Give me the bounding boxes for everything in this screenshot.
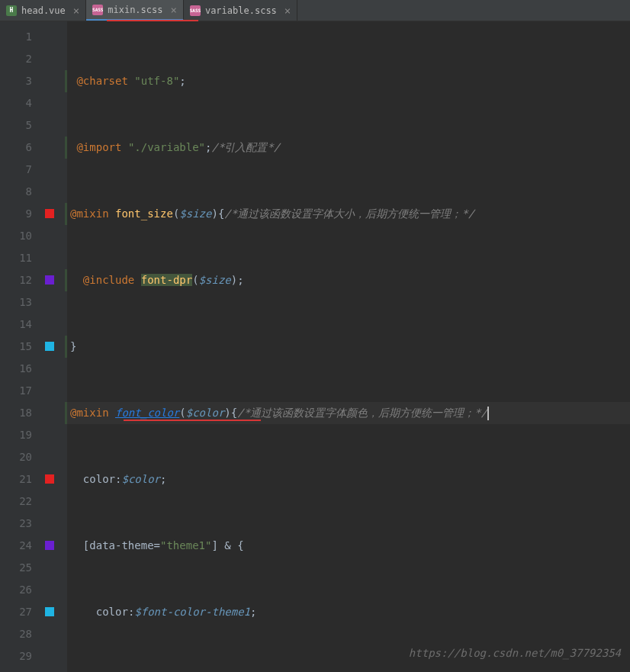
line-number-gutter: 1 2 3 4 5 6 7 8 9 10 11 12 13 14 15 16 1… (0, 21, 44, 672)
code-line[interactable]: } (67, 667, 630, 672)
color-swatch-red[interactable] (45, 474, 54, 484)
line-number: 9 (0, 203, 32, 225)
code-line[interactable]: } (67, 336, 630, 358)
line-number: 21 (0, 468, 32, 490)
close-icon[interactable]: × (284, 5, 291, 17)
line-number: 10 (0, 225, 32, 247)
text-cursor (487, 407, 489, 420)
line-number: 28 (0, 623, 32, 645)
color-swatch-cyan[interactable] (45, 342, 54, 351)
line-number: 7 (0, 159, 32, 181)
line-number: 29 (0, 645, 32, 667)
color-swatch-purple[interactable] (45, 275, 54, 285)
code-line[interactable]: @import "./variable";/*引入配置*/ (67, 137, 630, 159)
line-number: 4 (0, 92, 32, 114)
tab-mixin-scss[interactable]: SASS mixin.scss × (86, 0, 184, 21)
line-number: 6 (0, 137, 32, 159)
watermark-text: https://blog.csdn.net/m0_37792354 (409, 642, 621, 664)
line-number: 18 (0, 402, 32, 424)
color-swatch-red[interactable] (45, 209, 54, 218)
code-line[interactable]: [data-theme="theme1"] & { (67, 535, 630, 557)
line-number: 22 (0, 490, 32, 513)
editor-area: 1 2 3 4 5 6 7 8 9 10 11 12 13 14 15 16 1… (0, 21, 630, 672)
line-number: 13 (0, 291, 32, 313)
line-number: 11 (0, 247, 32, 269)
line-number: 23 (0, 513, 32, 535)
line-number: 2 (0, 48, 32, 70)
sass-file-icon: SASS (190, 5, 201, 16)
sass-file-icon: SASS (92, 5, 103, 15)
tab-label: variable.scss (205, 5, 277, 16)
gutter-annotations (44, 21, 67, 672)
line-number: 25 (0, 557, 32, 579)
tab-head-vue[interactable]: H head.vue × (0, 0, 86, 21)
code-line[interactable]: @include font-dpr($size); (67, 269, 630, 291)
line-number: 16 (0, 358, 32, 380)
vue-file-icon: H (6, 5, 17, 16)
code-line[interactable]: color:$color; (67, 468, 630, 490)
code-area[interactable]: @charset "utf-8"; @import "./variable";/… (67, 21, 630, 672)
annotation-underline (124, 420, 261, 421)
line-number: 8 (0, 181, 32, 203)
close-icon[interactable]: × (73, 5, 79, 17)
line-number: 19 (0, 424, 32, 446)
tabs-bar: H head.vue × SASS mixin.scss × SASS vari… (0, 0, 630, 21)
close-icon[interactable]: × (170, 4, 176, 16)
line-number: 12 (0, 269, 32, 291)
tab-label: head.vue (21, 5, 66, 16)
line-number: 27 (0, 601, 32, 623)
color-swatch-purple[interactable] (45, 541, 54, 550)
line-number: 5 (0, 114, 32, 137)
tab-label: mixin.scss (108, 5, 162, 15)
tab-variable-scss[interactable]: SASS variable.scss × (184, 0, 297, 21)
line-number: 24 (0, 535, 32, 557)
color-swatch-cyan[interactable] (45, 607, 54, 616)
line-number: 26 (0, 579, 32, 601)
line-number: 14 (0, 313, 32, 336)
line-number: 17 (0, 380, 32, 402)
code-line[interactable]: @charset "utf-8"; (67, 70, 630, 92)
line-number: 1 (0, 26, 32, 48)
line-number: 15 (0, 336, 32, 358)
line-number: 20 (0, 446, 32, 468)
code-line[interactable]: color:$font-color-theme1; (67, 601, 630, 623)
code-line[interactable]: @mixin font_size($size){/*通过该函数设置字体大小，后期… (67, 203, 630, 225)
line-number: 3 (0, 70, 32, 92)
